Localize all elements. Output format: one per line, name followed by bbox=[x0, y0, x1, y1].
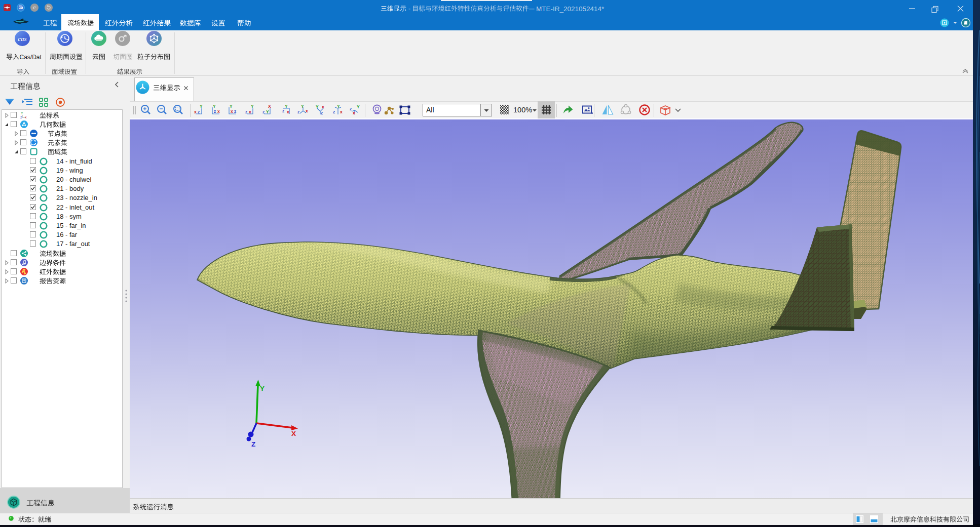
svg-text:z: z bbox=[321, 110, 323, 115]
svg-text:Y: Y bbox=[301, 104, 304, 109]
svg-text:z: z bbox=[297, 109, 299, 114]
svg-text:Y: Y bbox=[316, 104, 319, 109]
svg-text:Y: Y bbox=[285, 104, 288, 109]
svg-text:Z: Z bbox=[251, 440, 255, 448]
svg-text:x: x bbox=[231, 109, 233, 114]
svg-text:z: z bbox=[333, 109, 335, 114]
svg-text:x: x bbox=[194, 109, 197, 114]
svg-text:Y: Y bbox=[260, 385, 265, 392]
svg-text:Y: Y bbox=[21, 111, 23, 115]
svg-text:x: x bbox=[249, 109, 251, 114]
svg-text:X: X bbox=[291, 430, 296, 437]
svg-text:Y: Y bbox=[337, 104, 340, 109]
svg-text:x: x bbox=[340, 109, 343, 114]
svg-text:z: z bbox=[262, 109, 265, 114]
svg-text:x: x bbox=[353, 110, 355, 115]
svg-text:Y: Y bbox=[251, 104, 254, 109]
svg-text:X: X bbox=[268, 104, 271, 109]
svg-text:x: x bbox=[287, 109, 289, 114]
svg-text:Y: Y bbox=[357, 104, 360, 109]
svg-text:x: x bbox=[306, 108, 308, 113]
svg-text:Y: Y bbox=[213, 104, 216, 109]
svg-text:z: z bbox=[20, 115, 22, 119]
svg-text:z: z bbox=[282, 108, 284, 113]
svg-text:cas: cas bbox=[18, 35, 26, 43]
svg-text:x: x bbox=[322, 104, 324, 109]
svg-text:x: x bbox=[25, 115, 27, 119]
svg-text:z: z bbox=[245, 109, 247, 114]
svg-text:Y: Y bbox=[200, 104, 203, 109]
svg-text:x: x bbox=[217, 109, 220, 114]
svg-text:z: z bbox=[234, 109, 236, 114]
svg-text:Y: Y bbox=[230, 104, 233, 109]
svg-text:z: z bbox=[350, 106, 352, 111]
svg-text:z: z bbox=[198, 109, 200, 114]
svg-text:z: z bbox=[214, 109, 216, 114]
svg-text:Y: Y bbox=[266, 109, 269, 114]
